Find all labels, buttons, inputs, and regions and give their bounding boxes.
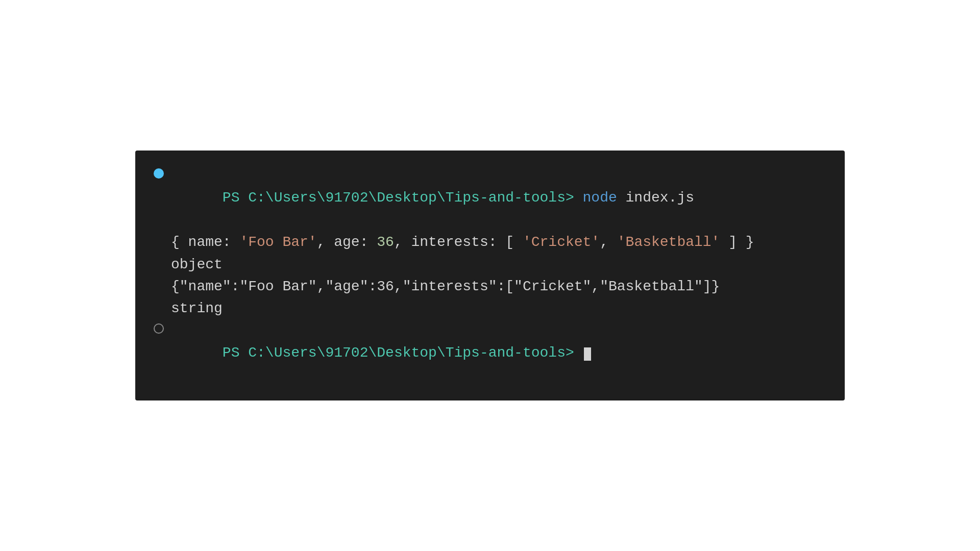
prompt-text: PS C:\Users\91702\Desktop\Tips-and-tools… — [223, 190, 583, 206]
output-json: {"name":"Foo Bar","age":36,"interests":[… — [171, 276, 720, 297]
new-prompt-text: PS C:\Users\91702\Desktop\Tips-and-tools… — [223, 345, 583, 361]
cursor-block — [584, 347, 591, 361]
dot-blue-icon — [154, 168, 164, 179]
terminal-window: PS C:\Users\91702\Desktop\Tips-and-tools… — [135, 151, 845, 400]
command-line: PS C:\Users\91702\Desktop\Tips-and-tools… — [154, 165, 826, 231]
output-name-value: 'Foo Bar' — [239, 231, 316, 253]
output-line-2: object — [171, 254, 826, 276]
output-brace-close: ] } — [720, 231, 754, 253]
output-type-object: object — [171, 254, 223, 276]
command-args: index.js — [617, 190, 694, 206]
dot-hollow-icon — [154, 323, 164, 334]
output-age-value: 36 — [377, 231, 394, 253]
node-keyword: node — [583, 190, 617, 206]
output-type-string: string — [171, 297, 223, 319]
output-comma1: , — [600, 231, 617, 253]
output-line-1: { name: 'Foo Bar', age: 36, interests: [… — [171, 231, 826, 253]
output-basketball: 'Basketball' — [617, 231, 720, 253]
output-brace-open: { name: — [171, 231, 239, 253]
output-line-3: {"name":"Foo Bar","age":36,"interests":[… — [171, 276, 826, 297]
output-line-4: string — [171, 297, 826, 319]
output-interests-label: , interests: [ — [394, 231, 523, 253]
new-prompt-line[interactable]: PS C:\Users\91702\Desktop\Tips-and-tools… — [154, 320, 826, 386]
output-cricket: 'Cricket' — [523, 231, 600, 253]
output-age-label: , age: — [317, 231, 377, 253]
